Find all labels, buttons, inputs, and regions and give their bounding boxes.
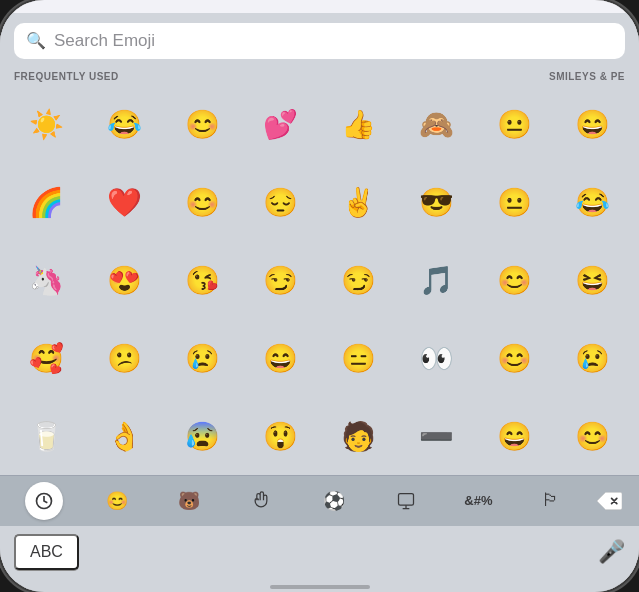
emoji-cell[interactable]: 😊	[553, 397, 631, 475]
emoji-cell[interactable]: 🥛	[8, 397, 86, 475]
emoji-cell[interactable]: ➖	[397, 397, 475, 475]
emoji-cell[interactable]: 😆	[553, 241, 631, 319]
emoji-cell[interactable]: 😔	[242, 163, 320, 241]
emoji-cell[interactable]: 😲	[242, 397, 320, 475]
phone-frame: 🔍 Search Emoji FREQUENTLY USED SMILEYS &…	[0, 0, 639, 592]
search-placeholder: Search Emoji	[54, 31, 155, 51]
abc-button[interactable]: ABC	[14, 534, 79, 570]
objects-category-btn[interactable]	[387, 482, 425, 520]
emoji-cell[interactable]: 🧑	[320, 397, 398, 475]
section-frequently-used: FREQUENTLY USED	[14, 71, 119, 82]
home-indicator	[0, 582, 639, 592]
emoji-cell[interactable]: 🌈	[8, 163, 86, 241]
emoji-cell[interactable]: 😍	[86, 241, 164, 319]
emoji-cell[interactable]: 😂	[86, 86, 164, 164]
search-bar[interactable]: 🔍 Search Emoji	[14, 23, 625, 59]
emoji-cell[interactable]: 😄	[242, 319, 320, 397]
emoji-cell[interactable]: ☀️	[8, 86, 86, 164]
emoji-cell[interactable]: 😘	[164, 241, 242, 319]
microphone-button[interactable]: 🎤	[598, 539, 625, 565]
recent-emoji-btn[interactable]	[25, 482, 63, 520]
emoji-cell[interactable]: 🥰	[8, 319, 86, 397]
emoji-cell[interactable]: 😕	[86, 319, 164, 397]
emoji-cell[interactable]: 😢	[553, 319, 631, 397]
section-smileys: SMILEYS & PE	[549, 71, 625, 82]
emoji-cell[interactable]: 😐	[475, 86, 553, 164]
emoji-grid: ☀️😂😊💕👍🙈😐😄🌈❤️😊😔✌️😎😐😂🦄😍😘😏😏🎵😊😆🥰😕😢😄😑👀😊😢🥛👌😰😲🧑…	[8, 86, 631, 475]
emoji-grid-container: ☀️😂😊💕👍🙈😐😄🌈❤️😊😔✌️😎😐😂🦄😍😘😏😏🎵😊😆🥰😕😢😄😑👀😊😢🥛👌😰😲🧑…	[0, 86, 639, 475]
emoji-cell[interactable]: 😎	[397, 163, 475, 241]
bottom-icons-group: 😊 🐻 ⚽ &#% 🏳	[8, 482, 587, 520]
emoji-cell[interactable]: 🎵	[397, 241, 475, 319]
animal-category-btn[interactable]: 🐻	[170, 482, 208, 520]
emoji-cell[interactable]: 😂	[553, 163, 631, 241]
emoji-cell[interactable]: 😰	[164, 397, 242, 475]
keyboard-area: 🔍 Search Emoji FREQUENTLY USED SMILEYS &…	[0, 13, 639, 582]
flag-category-btn[interactable]: 🏳	[532, 482, 570, 520]
emoji-cell[interactable]: 👀	[397, 319, 475, 397]
emoji-cell[interactable]: ❤️	[86, 163, 164, 241]
emoji-cell[interactable]: 😢	[164, 319, 242, 397]
emoji-cell[interactable]: 😊	[164, 86, 242, 164]
section-headers: FREQUENTLY USED SMILEYS & PE	[0, 67, 639, 86]
search-icon: 🔍	[26, 31, 46, 50]
search-bar-container: 🔍 Search Emoji	[0, 13, 639, 67]
emoji-cell[interactable]: 😊	[475, 319, 553, 397]
top-spacer	[0, 0, 639, 13]
emoji-cell[interactable]: 😏	[320, 241, 398, 319]
emoji-cell[interactable]: 👍	[320, 86, 398, 164]
svg-rect-1	[399, 493, 414, 505]
emoji-cell[interactable]: 😐	[475, 163, 553, 241]
emoji-cell[interactable]: 😄	[475, 397, 553, 475]
smiley-category-btn[interactable]: 😊	[98, 482, 136, 520]
emoji-cell[interactable]: ✌️	[320, 163, 398, 241]
symbols-category-btn[interactable]: &#%	[459, 482, 497, 520]
home-bar	[270, 585, 370, 589]
emoji-cell[interactable]: 😏	[242, 241, 320, 319]
abc-row: ABC 🎤	[0, 526, 639, 582]
emoji-cell[interactable]: 😄	[553, 86, 631, 164]
category-bar: 😊 🐻 ⚽ &#% 🏳	[0, 475, 639, 526]
emoji-cell[interactable]: 🦄	[8, 241, 86, 319]
emoji-cell[interactable]: 😊	[475, 241, 553, 319]
emoji-cell[interactable]: 💕	[242, 86, 320, 164]
emoji-cell[interactable]: 🙈	[397, 86, 475, 164]
sports-category-btn[interactable]: ⚽	[315, 482, 353, 520]
emoji-cell[interactable]: 😑	[320, 319, 398, 397]
delete-button[interactable]	[587, 482, 631, 520]
hand-category-btn[interactable]	[242, 482, 280, 520]
emoji-cell[interactable]: 👌	[86, 397, 164, 475]
emoji-cell[interactable]: 😊	[164, 163, 242, 241]
